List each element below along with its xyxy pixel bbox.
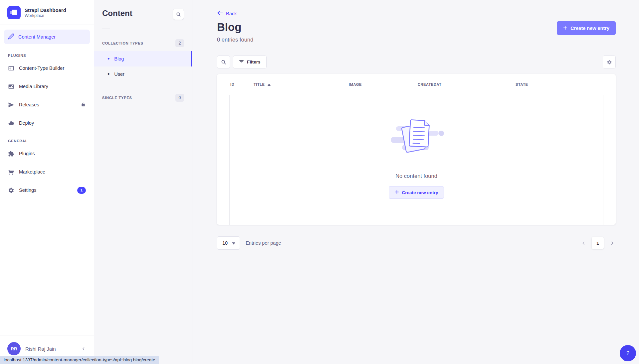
chevron-down-icon <box>232 240 235 246</box>
lock-icon <box>81 102 86 108</box>
user-name: Rishi Raj Jain <box>25 346 75 352</box>
table-search-button[interactable] <box>217 56 230 68</box>
strapi-logo-icon <box>7 6 21 19</box>
sidebar-item-settings[interactable]: Settings 1 <box>4 183 90 197</box>
entries-count: 0 entries found <box>217 37 253 43</box>
entries-table-card: ID TITLE IMAGE CREATEDAT STATE <box>217 74 616 225</box>
create-entry-button-header[interactable]: Create new entry <box>557 21 616 35</box>
sidebar-item-label: Releases <box>19 102 39 107</box>
puzzle-icon <box>8 151 14 157</box>
sidebar-item-label: Media Library <box>19 84 48 89</box>
paper-plane-icon <box>8 102 14 108</box>
column-header-title[interactable]: TITLE <box>254 82 349 86</box>
column-header-id[interactable]: ID <box>230 82 254 86</box>
page-size-select[interactable]: 10 <box>217 236 240 250</box>
main-sidebar: Strapi Dashboard Workplace Content Manag… <box>0 0 94 364</box>
main-content: Back Blog 0 entries found Create new ent… <box>192 0 639 364</box>
single-types-header: SINGLE TYPES 0 <box>94 91 192 106</box>
sidebar-item-label: Deploy <box>19 120 34 126</box>
subnav-item-label: User <box>114 71 124 77</box>
column-header-image[interactable]: IMAGE <box>349 82 418 86</box>
settings-notification-badge: 1 <box>77 187 86 194</box>
create-entry-label: Create new entry <box>402 190 438 195</box>
sort-asc-icon <box>268 82 271 86</box>
back-link[interactable]: Back <box>217 11 237 16</box>
empty-documents-illustration <box>388 116 445 160</box>
subnav-item-blog[interactable]: • Blog <box>94 51 192 66</box>
bullet-icon: • <box>107 71 109 77</box>
help-button[interactable]: ? <box>620 345 636 361</box>
create-entry-label: Create new entry <box>570 26 609 31</box>
sidebar-item-label: Content-Type Builder <box>19 65 64 71</box>
content-subnav: Content COLLECTION TYPES 2 • Blog • User… <box>94 0 192 364</box>
collection-types-header: COLLECTION TYPES 2 <box>94 37 192 51</box>
gear-icon <box>8 187 14 193</box>
sidebar-item-label: Marketplace <box>19 169 45 175</box>
workspace-label: Workplace <box>25 13 66 18</box>
sidebar-item-content-manager[interactable]: Content Manager <box>4 30 90 44</box>
avatar[interactable]: RR <box>7 342 21 355</box>
pagination-footer: 10 Entries per page 1 <box>217 236 616 250</box>
page-number-1[interactable]: 1 <box>592 237 604 249</box>
sidebar-item-label: Content Manager <box>18 34 56 40</box>
filter-icon <box>239 60 244 65</box>
plus-icon <box>563 26 567 31</box>
empty-state-message: No content found <box>395 173 437 179</box>
divider <box>102 29 110 29</box>
column-header-state[interactable]: STATE <box>516 82 608 86</box>
app-title: Strapi Dashboard <box>25 7 66 14</box>
page-size-value: 10 <box>222 240 228 246</box>
table-header-row: ID TITLE IMAGE CREATEDAT STATE <box>217 74 616 95</box>
next-page-button[interactable] <box>608 239 616 247</box>
image-icon <box>8 83 14 90</box>
layout-grid-icon <box>8 65 14 71</box>
column-header-createdat[interactable]: CREATEDAT <box>418 82 516 86</box>
general-section-label: GENERAL <box>8 139 86 143</box>
sidebar-item-label: Settings <box>19 187 36 193</box>
sidebar-item-deploy[interactable]: Deploy <box>4 116 90 130</box>
filters-label: Filters <box>247 60 261 64</box>
single-types-label: SINGLE TYPES <box>102 96 132 100</box>
entries-per-page-label: Entries per page <box>246 240 281 246</box>
previous-page-button[interactable] <box>580 239 587 247</box>
create-entry-button-empty-state[interactable]: Create new entry <box>389 186 444 199</box>
shopping-cart-icon <box>8 169 14 175</box>
bullet-icon: • <box>107 56 109 62</box>
plugins-section-label: PLUGINS <box>8 54 86 58</box>
sidebar-item-plugins[interactable]: Plugins <box>4 147 90 160</box>
back-label: Back <box>226 11 237 16</box>
sidebar-item-media-library[interactable]: Media Library <box>4 80 90 93</box>
page-title: Blog <box>217 21 253 33</box>
subnav-item-label: Blog <box>114 56 124 61</box>
subnav-item-user[interactable]: • User <box>94 66 192 82</box>
collection-types-count-badge: 2 <box>175 39 184 47</box>
sidebar-nav: Content Manager PLUGINS Content-Type Bui… <box>0 25 94 335</box>
collection-types-label: COLLECTION TYPES <box>102 41 143 45</box>
feather-pen-icon <box>8 33 14 41</box>
browser-status-bar: localhost:1337/admin/content-manager/col… <box>0 356 159 364</box>
collapse-sidebar-button[interactable] <box>79 344 88 353</box>
app-root: Strapi Dashboard Workplace Content Manag… <box>0 0 639 364</box>
sidebar-item-releases[interactable]: Releases <box>4 98 90 111</box>
sidebar-item-label: Plugins <box>19 151 35 156</box>
brand: Strapi Dashboard Workplace <box>0 0 94 25</box>
single-types-count-badge: 0 <box>175 94 184 102</box>
plus-icon <box>395 190 399 195</box>
filters-button[interactable]: Filters <box>233 56 267 68</box>
brand-text: Strapi Dashboard Workplace <box>25 7 66 18</box>
cloud-icon <box>8 120 14 126</box>
empty-state: No content found Create new entry <box>229 95 603 225</box>
subnav-search-button[interactable] <box>173 9 184 20</box>
sidebar-item-marketplace[interactable]: Marketplace <box>4 165 90 179</box>
sidebar-item-content-type-builder[interactable]: Content-Type Builder <box>4 61 90 75</box>
view-settings-button[interactable] <box>603 56 616 68</box>
arrow-left-icon <box>217 11 223 16</box>
subnav-title: Content <box>102 9 132 18</box>
